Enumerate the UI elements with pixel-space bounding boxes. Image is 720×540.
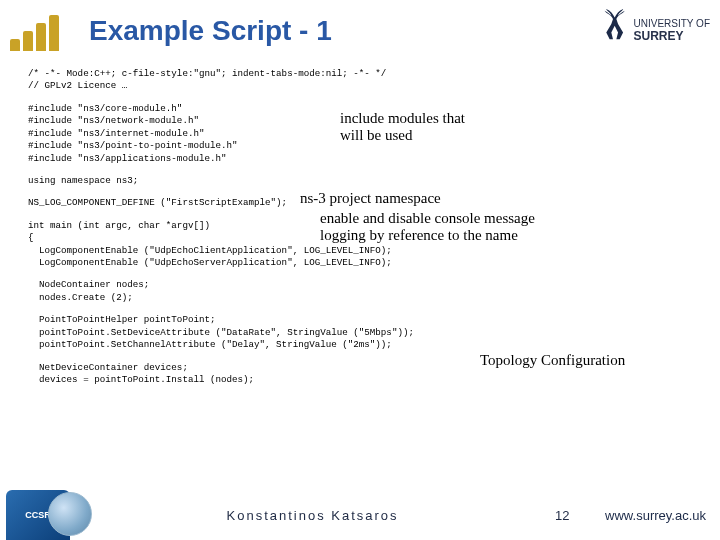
globe-icon <box>48 492 92 536</box>
annot-topology: Topology Configuration <box>480 352 625 369</box>
university-logo: UNIVERSITY OF SURREY <box>596 9 711 54</box>
slide-title: Example Script - 1 <box>89 15 596 47</box>
annot-namespace: ns-3 project namespace <box>300 190 441 207</box>
slide-body: /* -*- Mode:C++; c-file-style:"gnu"; ind… <box>0 62 720 386</box>
author-name: Konstantinos Katsaros <box>70 508 555 523</box>
code-block-nodes: NodeContainer nodes; nodes.Create (2); <box>28 279 692 304</box>
slide-header: Example Script - 1 UNIVERSITY OF SURREY <box>0 0 720 62</box>
site-url: www.surrey.ac.uk <box>605 508 720 523</box>
code-block-p2p: PointToPointHelper pointToPoint; pointTo… <box>28 314 692 351</box>
stag-icon <box>596 9 630 54</box>
annot-includes: include modules that will be used <box>340 110 465 145</box>
page-number: 12 <box>555 508 605 523</box>
bars-logo <box>10 11 59 51</box>
code-block-modeline: /* -*- Mode:C++; c-file-style:"gnu"; ind… <box>28 68 692 93</box>
annot-logging: enable and disable console message loggi… <box>320 210 535 245</box>
slide-footer: CCSR Konstantinos Katsaros 12 www.surrey… <box>0 490 720 540</box>
code-block-using: using namespace ns3; <box>28 175 692 187</box>
university-line2: SURREY <box>634 30 711 43</box>
